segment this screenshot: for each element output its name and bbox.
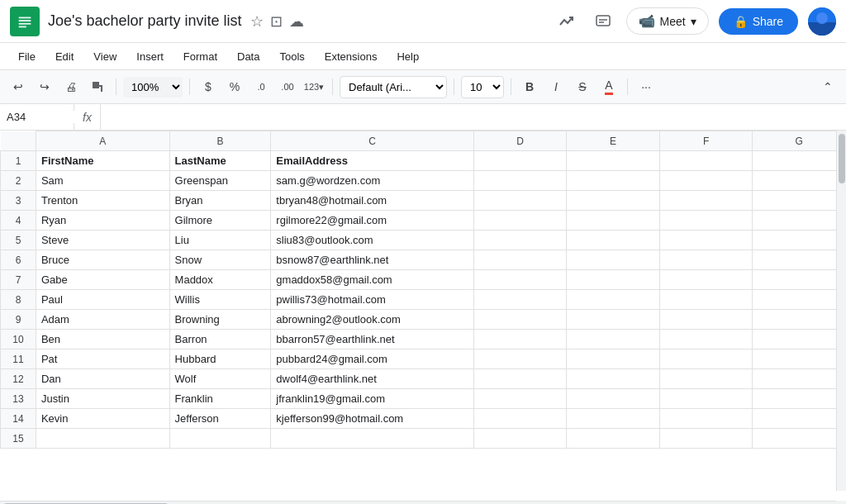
cell-2-G[interactable] [753,171,846,191]
row-number[interactable]: 3 [1,191,36,211]
cell-5-A[interactable]: Steve [36,231,169,250]
zoom-selector[interactable]: 100% 75% 125% 150% [123,77,183,97]
collapse-toolbar-button[interactable]: ⌃ [816,75,839,98]
cell-10-C[interactable]: bbarron57@earthlink.net [271,330,474,349]
font-selector[interactable]: Default (Ari... Arial Times New Roman [340,76,447,98]
cell-12-C[interactable]: dwolf4@earthlink.net [271,369,474,389]
chat-icon[interactable] [590,8,616,35]
cell-10-E[interactable] [567,330,660,349]
cell-2-A[interactable]: Sam [36,171,169,191]
cell-7-E[interactable] [567,270,660,290]
cell-9-A[interactable]: Adam [36,310,169,330]
row-number[interactable]: 10 [1,330,36,349]
cell-15-E[interactable] [567,429,660,449]
cell-2-C[interactable]: sam.g@wordzen.com [271,171,474,191]
redo-button[interactable]: ↪ [33,75,56,98]
cell-13-B[interactable]: Franklin [169,389,271,409]
percent-button[interactable]: % [223,75,246,98]
cell-12-D[interactable] [473,369,567,389]
cell-9-G[interactable] [753,310,846,330]
cell-4-G[interactable] [753,211,846,231]
row-number[interactable]: 6 [1,250,36,270]
cell-10-F[interactable] [659,330,753,349]
cell-9-F[interactable] [659,310,753,330]
cell-15-B[interactable] [169,429,271,449]
col-header-a[interactable]: A [36,131,169,151]
cell-6-F[interactable] [659,250,753,270]
user-avatar[interactable] [808,7,836,36]
cell-8-D[interactable] [473,290,567,310]
row-number[interactable]: 4 [1,211,36,231]
cell-14-G[interactable] [753,409,846,429]
hscrollbar[interactable] [0,501,846,504]
col-header-g[interactable]: G [753,131,846,151]
row-number[interactable]: 5 [1,231,36,250]
cell-14-D[interactable] [473,409,567,429]
bold-button[interactable]: B [518,75,541,98]
cell-4-F[interactable] [659,211,753,231]
cell-1-G[interactable] [753,151,846,171]
cell-1-F[interactable] [659,151,753,171]
cell-4-A[interactable]: Ryan [36,211,169,231]
cell-1-A[interactable]: FirstName [36,151,169,171]
meet-button[interactable]: 📹 Meet ▾ [626,7,709,35]
col-header-e[interactable]: E [567,131,660,151]
cell-11-D[interactable] [473,349,567,369]
strikethrough-button[interactable]: S [571,75,594,98]
cell-4-C[interactable]: rgilmore22@gmail.com [271,211,474,231]
cell-15-D[interactable] [473,429,567,449]
folder-icon[interactable]: ⊡ [270,12,283,31]
print-button[interactable]: 🖨 [59,75,83,98]
cell-4-E[interactable] [567,211,660,231]
menu-item-help[interactable]: Help [388,47,427,66]
row-number[interactable]: 7 [1,270,36,290]
row-number[interactable]: 14 [1,409,36,429]
row-number[interactable]: 15 [1,429,36,449]
menu-item-insert[interactable]: Insert [128,47,172,66]
menu-item-view[interactable]: View [85,47,125,66]
col-header-d[interactable]: D [473,131,567,151]
cell-13-E[interactable] [567,389,660,409]
cell-12-G[interactable] [753,369,846,389]
share-button[interactable]: 🔒 Share [719,8,798,35]
cell-5-E[interactable] [567,231,660,250]
menu-item-edit[interactable]: Edit [47,47,82,66]
decimal-more-button[interactable]: .00 [276,75,299,98]
star-icon[interactable]: ☆ [250,12,264,31]
menu-item-tools[interactable]: Tools [271,47,312,66]
cell-5-C[interactable]: sliu83@outlook.com [271,231,474,250]
cell-5-B[interactable]: Liu [169,231,271,250]
cell-2-E[interactable] [567,171,660,191]
cell-14-E[interactable] [567,409,660,429]
cell-7-C[interactable]: gmaddox58@gmail.com [271,270,474,290]
cell-15-A[interactable] [36,429,169,449]
cell-6-C[interactable]: bsnow87@earthlink.net [271,250,474,270]
cell-12-F[interactable] [659,369,753,389]
cell-8-E[interactable] [567,290,660,310]
more-formats-button[interactable]: ··· [634,75,658,98]
cell-8-B[interactable]: Willis [169,290,271,310]
cell-1-E[interactable] [567,151,660,171]
cell-15-F[interactable] [659,429,753,449]
row-number[interactable]: 11 [1,349,36,369]
col-header-b[interactable]: B [169,131,271,151]
cell-1-B[interactable]: LastName [169,151,271,171]
cell-6-D[interactable] [473,250,567,270]
cell-11-C[interactable]: pubbard24@gmail.com [271,349,474,369]
cell-7-G[interactable] [753,270,846,290]
cell-13-G[interactable] [753,389,846,409]
cell-2-B[interactable]: Greenspan [169,171,271,191]
cell-13-F[interactable] [659,389,753,409]
formula-input[interactable] [101,111,846,123]
cell-13-C[interactable]: jfranklin19@gmail.com [271,389,474,409]
vscrollbar[interactable] [836,131,846,491]
cell-11-A[interactable]: Pat [36,349,169,369]
cell-6-E[interactable] [567,250,660,270]
cloud-icon[interactable]: ☁ [289,12,304,31]
cell-9-D[interactable] [473,310,567,330]
cell-12-A[interactable]: Dan [36,369,169,389]
cell-3-E[interactable] [567,191,660,211]
italic-button[interactable]: I [544,75,568,98]
row-number[interactable]: 2 [1,171,36,191]
cell-7-B[interactable]: Maddox [169,270,271,290]
